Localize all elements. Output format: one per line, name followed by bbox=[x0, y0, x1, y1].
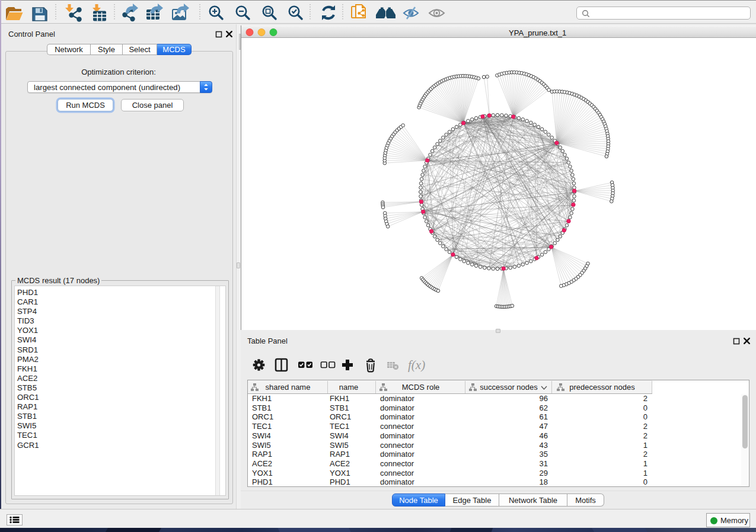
svg-text:f(x): f(x) bbox=[408, 358, 425, 372]
